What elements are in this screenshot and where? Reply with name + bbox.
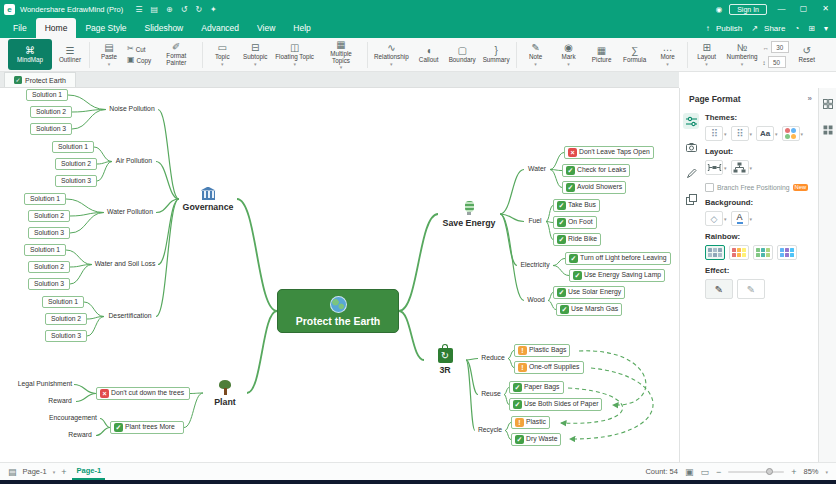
grid-view-icon[interactable]	[820, 96, 836, 112]
zoom-caret-icon[interactable]: ▾	[825, 470, 828, 474]
mindmap-node-waterpol-s1[interactable]: Solution 1	[24, 193, 66, 205]
snapshot-tab-icon[interactable]	[683, 139, 699, 155]
mindmap-node-desert-s1[interactable]: Solution 1	[42, 296, 84, 308]
mindmap-node-plant[interactable]: Plant	[203, 376, 247, 410]
note-button[interactable]: ✎Note▾	[521, 39, 551, 70]
menu-item-home[interactable]: Home	[36, 18, 77, 38]
mindmap-node-fuel[interactable]: Fuel	[524, 216, 546, 227]
rainbow-option-2[interactable]	[729, 245, 749, 260]
menu-icon[interactable]: ☰	[135, 5, 142, 14]
zoom-slider-thumb[interactable]	[766, 468, 773, 475]
presentation-icon[interactable]: ▭	[700, 467, 709, 477]
chevron-down-icon[interactable]: ▾	[824, 24, 828, 33]
mindmap-node-reward1[interactable]: Reward	[44, 396, 76, 407]
mindmap-node-oneoff[interactable]: !One-off Supplies	[514, 361, 584, 374]
panel-collapse-icon[interactable]: »	[808, 94, 812, 103]
mindmap-node-reduce[interactable]: Reduce	[478, 353, 508, 364]
mindmap-node-soil[interactable]: Water and Soil Loss	[92, 259, 158, 270]
mindmap-node-leaks[interactable]: ✓Check for Leaks	[562, 164, 630, 177]
mindmap-node-bus[interactable]: ✓Take Bus	[553, 199, 600, 212]
layers-tab-icon[interactable]	[683, 191, 699, 207]
mark-button[interactable]: ◉Mark▾	[554, 39, 584, 70]
mindmap-node-recycle[interactable]: Recycle	[475, 425, 505, 436]
minimize-button[interactable]: —	[774, 0, 789, 18]
background-color-button[interactable]: A▾	[731, 211, 753, 226]
mindmap-node-electricity[interactable]: Electricity	[517, 260, 553, 271]
theme-style-button-2[interactable]: ⠿▾	[731, 126, 753, 141]
numbering-button[interactable]: №Numbering▾	[725, 39, 760, 70]
topic-button[interactable]: ▭Topic▾	[207, 39, 237, 70]
mindmap-node-waterpol-s3[interactable]: Solution 3	[28, 227, 70, 239]
v-spacing-stepper[interactable]: ↕ 50	[762, 56, 788, 68]
mindmap-node-reuse[interactable]: Reuse	[478, 389, 504, 400]
mindmap-node-paperbags[interactable]: ✓Paper Bags	[509, 381, 564, 394]
publish-button[interactable]: ↑ Publish	[706, 24, 742, 33]
mindmap-node-waterpol-s2[interactable]: Solution 2	[28, 210, 70, 222]
maximize-button[interactable]: ▢	[796, 0, 811, 18]
mindmap-node-waterpol[interactable]: Water Pollution	[104, 207, 156, 218]
mindmap-node-noise-s1[interactable]: Solution 1	[26, 89, 68, 101]
mindmap-node-legal[interactable]: Legal Punishment	[16, 379, 74, 390]
format-painter-button[interactable]: ✐ Format Painter	[154, 39, 198, 70]
callout-button[interactable]: ◖Callout	[414, 39, 444, 70]
mindmap-node-central[interactable]: Protect the Earth	[277, 289, 399, 333]
bell-icon[interactable]: ◔	[794, 24, 799, 33]
cut-button[interactable]: ✂Cut	[127, 45, 151, 53]
rainbow-option-1[interactable]	[705, 245, 725, 260]
reset-button[interactable]: ↺Reset	[792, 39, 822, 70]
new-icon[interactable]: ⊕	[166, 5, 173, 14]
mindmap-node-pbags[interactable]: !Plastic Bags	[514, 344, 570, 357]
menu-item-file[interactable]: File	[4, 18, 36, 38]
menu-item-slideshow[interactable]: Slideshow	[136, 18, 193, 38]
formula-button[interactable]: ∑Formula	[620, 39, 650, 70]
copy-button[interactable]: ▣Copy	[127, 56, 151, 64]
mindmap-node-air-s3[interactable]: Solution 3	[55, 175, 97, 187]
mindmap-node-soil-s1[interactable]: Solution 1	[24, 244, 66, 256]
theme-font-button[interactable]: Aa▾	[756, 126, 778, 141]
mindmap-node-reward2[interactable]: Reward	[64, 430, 96, 441]
mindmap-node-wood[interactable]: Wood	[524, 295, 548, 306]
grid-view-alt-icon[interactable]	[820, 122, 836, 138]
zoom-in-button[interactable]: +	[791, 467, 796, 477]
fit-screen-icon[interactable]: ▣	[685, 467, 694, 477]
mindmap-node-dontcut[interactable]: ×Don't cut down the trees	[96, 387, 190, 400]
share-button[interactable]: ↗ Share	[751, 24, 785, 33]
format-tab-icon[interactable]	[683, 113, 699, 129]
mindmap-node-drywaste[interactable]: ✓Dry Waste	[511, 433, 561, 446]
mindmap-node-desert-s3[interactable]: Solution 3	[45, 330, 87, 342]
menu-item-help[interactable]: Help	[284, 18, 319, 38]
floating-topic-button[interactable]: ◫Floating Topic▾	[273, 39, 316, 70]
mindmap-node-air-s1[interactable]: Solution 1	[52, 141, 94, 153]
theme-color-button[interactable]: ▾	[782, 126, 804, 141]
pen-tab-icon[interactable]	[683, 165, 699, 181]
mindmap-node-governance[interactable]: Governance	[179, 180, 237, 218]
add-page-button[interactable]: +	[61, 467, 66, 477]
menu-item-view[interactable]: View	[248, 18, 284, 38]
undo-icon[interactable]: ↺	[181, 5, 188, 14]
menu-item-page-style[interactable]: Page Style	[76, 18, 135, 38]
redo-icon[interactable]: ↻	[195, 5, 202, 14]
mindmap-node-noise-s2[interactable]: Solution 2	[30, 106, 72, 118]
outliner-view-button[interactable]: ☰ Outliner	[55, 39, 85, 70]
mindmap-node-foot[interactable]: ✓On Foot	[553, 216, 597, 229]
mindmap-node-solar[interactable]: ✓Use Solar Energy	[553, 286, 625, 299]
mindmap-node-noise[interactable]: Noise Pollution	[106, 104, 158, 115]
mindmap-node-save-energy[interactable]: Save Energy	[438, 195, 500, 233]
menu-item-advanced[interactable]: Advanced	[192, 18, 248, 38]
mindmap-node-air[interactable]: Air Pollution	[112, 156, 156, 167]
picture-button[interactable]: ▦Picture	[587, 39, 617, 70]
effect-pen-alt-button[interactable]: ✎	[737, 279, 765, 299]
search-icon[interactable]: ✦	[210, 5, 217, 14]
save-icon[interactable]: ▤	[150, 5, 158, 14]
user-icon[interactable]: ◉	[716, 5, 723, 14]
layout-mindmap-button[interactable]: ▾	[705, 160, 727, 175]
document-tab[interactable]: ✓ Protect Earth	[4, 72, 76, 87]
mindmap-node-light[interactable]: ✓Turn off Light before Leaving	[565, 252, 671, 265]
mindmap-node-soil-s2[interactable]: Solution 2	[28, 261, 70, 273]
h-spacing-stepper[interactable]: ↔ 30	[762, 41, 788, 53]
sign-in-button[interactable]: Sign In	[729, 4, 767, 15]
mindmap-view-button[interactable]: ⌘ MindMap	[8, 39, 52, 70]
mindmap-node-noise-s3[interactable]: Solution 3	[30, 123, 72, 135]
mindmap-node-soil-s3[interactable]: Solution 3	[28, 278, 70, 290]
mindmap-node-r3[interactable]: 3R	[424, 344, 466, 376]
